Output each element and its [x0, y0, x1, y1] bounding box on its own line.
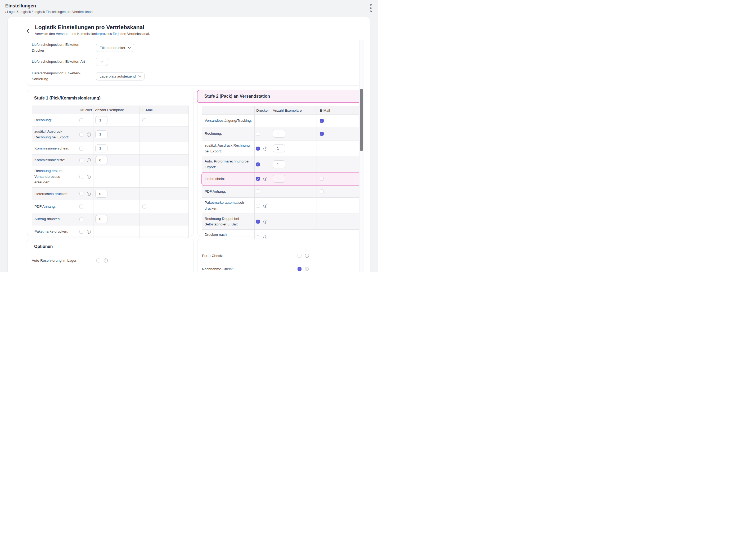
email-checkbox[interactable]: ✓: [320, 119, 324, 123]
printer-checkbox[interactable]: [79, 205, 83, 209]
printer-checkbox[interactable]: ✓: [256, 177, 260, 181]
row-label: Paketmarke automatisch drucken:: [205, 201, 244, 210]
scrollbar-track[interactable]: [359, 40, 363, 272]
copies-input[interactable]: 1: [95, 145, 107, 152]
option-checkbox[interactable]: [298, 254, 301, 258]
table-header-row: DruckerAnzahl ExemplareE-Mail: [32, 106, 189, 114]
dropdown-select[interactable]: Lagerplatz aufsteigend: [96, 72, 145, 80]
printer-checkbox[interactable]: [79, 175, 83, 179]
label-setting-row: Lieferscheinposition: Etiketten-Art: [32, 55, 363, 69]
chevron-left-icon: [26, 29, 31, 33]
page-subtitle: Verwalte den Versand- und Kommissionierp…: [35, 32, 370, 36]
check-icon: ✓: [298, 268, 301, 271]
table-row: Paketmarke automatisch drucken:i: [202, 198, 362, 214]
printer-checkbox[interactable]: [79, 230, 83, 234]
column-header-empty: [202, 106, 255, 115]
email-checkbox[interactable]: [142, 205, 146, 209]
email-checkbox[interactable]: [320, 177, 324, 181]
printer-checkbox[interactable]: ✓: [256, 163, 260, 167]
stage2-table: DruckerAnzahl ExemplareE-MailVersandbest…: [202, 106, 362, 246]
row-label: Kommissionierliste:: [34, 158, 65, 162]
row-label: Kommissionierschein:: [34, 146, 69, 150]
info-icon[interactable]: i: [263, 177, 267, 181]
option-checkbox[interactable]: [96, 259, 100, 263]
dropdown-select[interactable]: [96, 58, 108, 66]
info-icon[interactable]: i: [87, 175, 91, 179]
table-row: zusätzl. Ausdruck Rechnung bei Export:✓i…: [202, 141, 362, 156]
column-header-drucker: Drucker: [78, 106, 93, 114]
info-icon[interactable]: i: [87, 230, 91, 234]
info-icon[interactable]: i: [305, 267, 309, 271]
table-row: Rechnung:1✓: [202, 127, 362, 141]
copies-input[interactable]: 1: [95, 116, 107, 124]
printer-checkbox[interactable]: [256, 132, 260, 136]
printer-checkbox[interactable]: [79, 192, 83, 196]
printer-checkbox[interactable]: [79, 133, 83, 137]
chevron-down-icon: [100, 60, 103, 62]
back-button[interactable]: [25, 27, 33, 35]
printer-checkbox[interactable]: ✓: [256, 220, 260, 224]
dropdown-select[interactable]: Etikettendrucker: [96, 44, 134, 52]
row-label: Lieferschein:: [205, 177, 225, 181]
email-checkbox[interactable]: [142, 118, 146, 122]
printer-checkbox[interactable]: [79, 118, 83, 122]
row-label: PDF Anhang:: [34, 205, 56, 209]
printer-checkbox[interactable]: [256, 190, 260, 194]
label-setting-row: Lieferscheinposition: Etiketten-DruckerE…: [32, 41, 363, 55]
row-label: zusätzl. Ausdruck Rechnung bei Export:: [34, 129, 69, 139]
table-row: Rechnung Doppel bei Selbstabholer u. Bar…: [202, 214, 362, 230]
column-header-copies: Anzahl Exemplare: [271, 106, 317, 115]
copies-input[interactable]: 1: [95, 131, 107, 138]
stage1-table: DruckerAnzahl ExemplareE-MailRechnung:1z…: [32, 106, 189, 238]
table-row: Versandbestätigung/Tracking:✓: [202, 115, 362, 127]
table-row: PDF Anhang:: [32, 200, 189, 213]
printer-checkbox[interactable]: ✓: [256, 147, 260, 151]
row-label: Auto. Proformarechnung bei Export:: [205, 159, 249, 169]
option-checkbox[interactable]: ✓: [298, 267, 301, 271]
row-label: zusätzl. Ausdruck Rechnung bei Export:: [205, 143, 250, 153]
printer-checkbox[interactable]: [256, 204, 260, 208]
check-icon: ✓: [321, 132, 323, 135]
kebab-menu-icon[interactable]: [368, 3, 374, 13]
table-row: Paketmarke drucken:i: [32, 225, 189, 238]
info-icon[interactable]: i: [104, 259, 108, 263]
label-setting-name: Lieferscheinposition: Etiketten-Sortieru…: [32, 70, 96, 82]
copies-input[interactable]: 1: [273, 145, 285, 152]
label-settings-card: Lieferscheinposition: Etiketten-DruckerE…: [27, 40, 363, 86]
option-label: Auto-Reservierung im Lager:: [32, 259, 96, 263]
printer-checkbox[interactable]: [79, 158, 83, 162]
row-label: Rechnung Doppel bei Selbstabholer u. Bar…: [205, 217, 239, 227]
info-icon[interactable]: i: [263, 220, 267, 224]
info-icon[interactable]: i: [305, 254, 309, 258]
printer-checkbox[interactable]: [79, 217, 83, 221]
email-checkbox[interactable]: [320, 190, 324, 194]
copies-input[interactable]: 0: [95, 190, 107, 198]
copies-input[interactable]: 0: [95, 215, 107, 223]
table-row: Kommissionierschein:1: [32, 142, 189, 155]
table-row: Auto. Proformarechnung bei Export:✓1: [202, 156, 362, 172]
info-icon[interactable]: i: [263, 147, 267, 151]
stage2-card: Stufe 2 (Pack) an Versandstation Drucker…: [197, 90, 363, 236]
scrollbar-thumb[interactable]: [360, 89, 363, 151]
chevron-down-icon: [128, 46, 131, 48]
info-icon[interactable]: i: [263, 204, 267, 208]
stage1-card: Stufe 1 (Pick/Kommissionierung) DruckerA…: [27, 90, 193, 236]
option-label: Porto-Check:: [202, 254, 298, 258]
option-row: Porto-Check:i: [202, 253, 363, 258]
breadcrumb: / Lager & Logistik / Logistik Einstellun…: [5, 10, 373, 14]
table-row: Kommissionierliste:i0: [32, 155, 189, 166]
copies-input[interactable]: 1: [273, 160, 285, 168]
options-card: Optionen Auto-Reservierung im Lager:i: [27, 239, 193, 272]
copies-input[interactable]: 1: [273, 175, 285, 183]
table-row: Rechnung erst im Versandprozess erzeugen…: [32, 166, 189, 188]
copies-input[interactable]: 0: [95, 156, 107, 164]
email-checkbox[interactable]: ✓: [320, 132, 324, 136]
info-icon[interactable]: i: [87, 133, 91, 137]
column-header-email: E-Mail: [139, 106, 189, 114]
printer-checkbox[interactable]: [79, 147, 83, 151]
info-icon[interactable]: i: [87, 158, 91, 162]
info-icon[interactable]: i: [87, 192, 91, 196]
copies-input[interactable]: 1: [273, 130, 285, 138]
check-icon: ✓: [257, 178, 259, 181]
row-label: Rechnung erst im Versandprozess erzeugen…: [34, 169, 62, 184]
